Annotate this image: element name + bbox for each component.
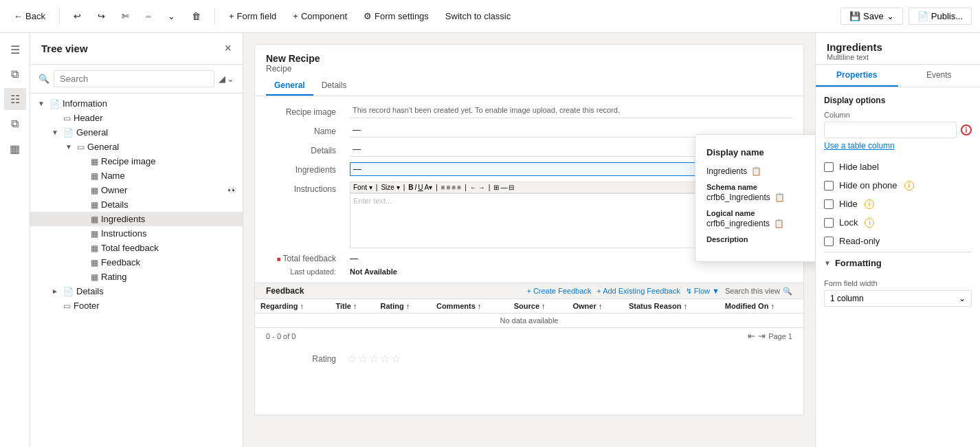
tree-item-details-field[interactable]: ▦ Details — [30, 197, 243, 212]
create-feedback-button[interactable]: + Create Feedback — [526, 287, 591, 295]
form-field-button[interactable]: + Form field — [223, 8, 282, 24]
tree-item-feedback[interactable]: ▦ Feedback — [30, 255, 243, 270]
tree-item-total-feedback[interactable]: ▦ Total feedback — [30, 241, 243, 255]
nav-menu-button[interactable]: ☰ — [4, 39, 26, 61]
tree-label-general-inner: General — [87, 142, 119, 152]
total-feedback-label: ■ Total feedback — [266, 254, 342, 263]
nav-components-button[interactable]: ▦ — [4, 138, 26, 160]
switch-classic-button[interactable]: Switch to classic — [440, 8, 516, 24]
form-field-width-label: Form field width — [824, 279, 972, 287]
form-subtitle: Recipe — [266, 64, 792, 74]
undo-button[interactable]: ↩ — [68, 8, 87, 24]
copy-button[interactable]: ⎓ — [140, 8, 157, 24]
props-tab-properties[interactable]: Properties — [816, 65, 898, 87]
col-source[interactable]: Source ↑ — [509, 299, 568, 314]
tree-item-rating[interactable]: ▦ Rating — [30, 270, 243, 284]
tree-item-information[interactable]: ▼ 📄 Information — [30, 96, 243, 111]
col-rating[interactable]: Rating ↑ — [375, 299, 431, 314]
chevron-down-icon: ⌄ — [168, 11, 175, 21]
save-dropdown-icon: ⌄ — [887, 11, 894, 21]
col-modified-on[interactable]: Modified On ↑ — [720, 299, 803, 314]
column-info-button[interactable]: i — [961, 124, 972, 135]
form-settings-button[interactable]: ⚙ Form settings — [358, 8, 434, 24]
flow-button[interactable]: ↯ Flow ▼ — [686, 287, 720, 296]
nav-layers-button[interactable]: ☷ — [4, 88, 26, 110]
column-subsection: Column i Use a table column — [824, 111, 972, 151]
tree-item-name[interactable]: ▦ Name — [30, 168, 243, 183]
popup-copy-logical-name[interactable]: 📋 — [774, 219, 784, 228]
add-existing-feedback-button[interactable]: + Add Existing Feedback — [597, 287, 680, 295]
subgrid-search: Search this view 🔍 — [725, 287, 792, 296]
save-button[interactable]: 💾 Save ⌄ — [840, 8, 903, 25]
tree-item-instructions[interactable]: ▦ Instructions — [30, 226, 243, 241]
tree-search-input[interactable] — [54, 70, 214, 87]
tree-item-general-group[interactable]: ▼ 📄 General — [30, 125, 243, 140]
copy-icon: ⎓ — [146, 11, 151, 21]
read-only-checkbox[interactable] — [824, 237, 834, 246]
col-regarding[interactable]: Regarding ↑ — [255, 299, 330, 314]
redo-button[interactable]: ↪ — [92, 8, 111, 24]
lock-checkbox[interactable] — [824, 218, 834, 228]
popup-schema-name-field: Schema name crfb6_Ingredients 📋 — [706, 183, 815, 202]
publish-button[interactable]: 📄 Publis... — [909, 8, 972, 25]
form-tab-general[interactable]: General — [266, 76, 313, 96]
formatting-section-header[interactable]: ▼ Formatting — [824, 252, 972, 274]
col-comments[interactable]: Comments ↑ — [431, 299, 509, 314]
tree-item-owner[interactable]: ▦ Owner 👀 — [30, 183, 243, 197]
back-button[interactable]: ← Back — [8, 8, 51, 24]
filter-button[interactable]: ◢ ⌄ — [219, 74, 234, 84]
form-tab-details[interactable]: Details — [313, 76, 355, 96]
hide-checkbox[interactable] — [824, 199, 834, 209]
layout-icon-footer: ▭ — [63, 301, 71, 311]
lock-info-icon[interactable]: i — [865, 218, 874, 228]
feedback-table: Regarding ↑ Title ↑ Rating ↑ Comments ↑ … — [255, 299, 803, 328]
tree-item-footer[interactable]: ▭ Footer — [30, 298, 243, 313]
component-button[interactable]: + Component — [287, 8, 353, 24]
rating-stars[interactable]: ☆☆☆☆☆ — [347, 352, 402, 365]
page-next-button[interactable]: ⇥ — [758, 331, 766, 341]
tree-label-information: Information — [63, 98, 107, 109]
no-data-row: No data available — [255, 314, 803, 328]
hide-label-checkbox[interactable] — [824, 162, 834, 172]
col-status-reason[interactable]: Status Reason ↑ — [623, 299, 720, 314]
tree-item-recipe-image[interactable]: ▦ Recipe image — [30, 154, 243, 168]
nav-apps-button[interactable]: ⧉ — [4, 63, 26, 85]
tree-item-details-section[interactable]: ► 📄 Details — [30, 284, 243, 298]
hide-info-icon[interactable]: i — [865, 199, 874, 209]
tree-item-ingredients[interactable]: ▦ Ingredients — [30, 212, 243, 226]
props-tab-events[interactable]: Events — [898, 65, 981, 87]
tree-item-header[interactable]: ▭ Header — [30, 111, 243, 125]
cut-button[interactable]: ✄ — [116, 8, 135, 24]
popup-copy-schema-name[interactable]: 📋 — [775, 193, 785, 202]
form-field-label: Form field — [237, 11, 277, 21]
table-column-link[interactable]: Use a table column — [824, 141, 972, 151]
pagination-info: 0 - 0 of 0 — [266, 332, 296, 340]
col-owner[interactable]: Owner ↑ — [567, 299, 623, 314]
nav-data-button[interactable]: ⧉ — [4, 113, 26, 135]
folder-icon-information: 📄 — [49, 99, 60, 109]
formatting-content: Form field width 1 column ⌄ — [824, 279, 972, 307]
expand-icon-information: ▼ — [36, 100, 47, 107]
properties-panel: Ingredients Multiline text Properties Ev… — [815, 33, 980, 447]
tree-item-general-inner[interactable]: ▼ ▭ General — [30, 140, 243, 154]
form-row-recipe-image: Recipe image This record hasn't been cre… — [255, 102, 803, 121]
tree-close-button[interactable]: × — [224, 41, 232, 56]
lock-text: Lock — [839, 217, 858, 228]
checkboxes-section: Hide label Hide on phone i Hide i Lock i — [824, 159, 972, 249]
column-input[interactable] — [824, 122, 957, 138]
search-icon: 🔍 — [38, 74, 49, 84]
main-layout: ☰ ⧉ ☷ ⧉ ▦ Tree view × 🔍 ◢ ⌄ ▼ 📄 Informat… — [0, 33, 980, 447]
popup-copy-display-name[interactable]: 📋 — [751, 166, 761, 176]
canvas-area[interactable]: New Recipe Recipe General Details Recipe… — [243, 33, 815, 447]
more-button[interactable]: ⌄ — [162, 8, 181, 24]
filter-icon: ◢ — [219, 74, 225, 84]
form-title: New Recipe — [266, 53, 792, 64]
form-field-width-dropdown[interactable]: 1 column ⌄ — [824, 290, 972, 307]
name-label: Name — [266, 124, 342, 136]
delete-button[interactable]: 🗑 — [186, 8, 206, 24]
page-prev-button[interactable]: ⇤ — [748, 331, 755, 341]
hide-on-phone-checkbox[interactable] — [824, 181, 834, 190]
col-title[interactable]: Title ↑ — [330, 299, 375, 314]
popup-display-name-text: Ingredients — [706, 166, 747, 176]
hide-on-phone-info-icon[interactable]: i — [904, 181, 914, 190]
